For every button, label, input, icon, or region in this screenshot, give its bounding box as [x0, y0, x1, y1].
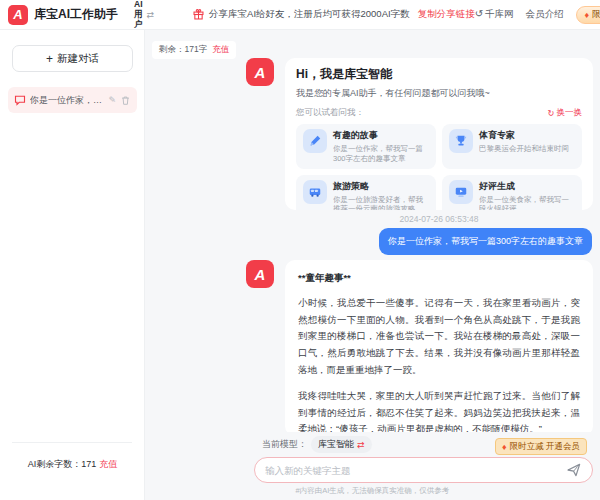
- share-promo-banner: 分享库宝AI给好友，注册后均可获得2000AI字数 复制分享链接: [192, 8, 475, 21]
- suggestion-grid: 有趣的故事 你是一位作家，帮我写一篇300字左右的趣事文章 体育专家 巴黎奥运会…: [296, 124, 582, 210]
- suggestion-card-story[interactable]: 有趣的故事 你是一位作家，帮我写一篇300字左右的趣事文章: [296, 124, 436, 169]
- ai-reply-title: **童年趣事**: [298, 272, 580, 285]
- delete-conversation-icon[interactable]: [120, 95, 131, 106]
- suggestion-card-travel[interactable]: 旅游策略 你是一位旅游爱好者，帮我推荐一份云南的旅游攻略: [296, 175, 436, 211]
- user-message-bubble: 你是一位作家，帮我写一篇300字左右的趣事文章: [379, 228, 592, 255]
- travel-bus-icon: [303, 180, 327, 204]
- model-selector[interactable]: 库宝智能 ⇄: [311, 436, 372, 453]
- new-chat-button[interactable]: + 新建对话: [12, 45, 133, 72]
- remaining-words-pill: 剩余：171字 充值: [152, 41, 236, 59]
- message-input-container: [254, 457, 593, 483]
- ai-reply-card: **童年趣事** 小时候，我总爱干一些傻事。记得有一天，我在家里看动画片，突然想…: [285, 260, 593, 436]
- nav-qianku-link[interactable]: ↺千库网: [475, 8, 514, 21]
- vip-gem-icon: ♦: [502, 442, 507, 452]
- promo-text: 分享库宝AI给好友，注册后均可获得2000AI字数: [209, 8, 410, 21]
- composer: 当前模型： 库宝智能 ⇄ ♦ 限时立减 开通会员 #内容由AI生成，无法确保真实…: [145, 432, 600, 500]
- pen-icon: [303, 129, 327, 153]
- nav-member-intro-link[interactable]: 会员介绍: [526, 8, 564, 21]
- vip-gem-icon: ♦: [585, 10, 590, 20]
- suggestion-card-review[interactable]: 好评生成 你是一位美食家，帮我写一段火锅好评: [442, 175, 582, 211]
- edit-conversation-icon[interactable]: ✎: [108, 95, 116, 105]
- gift-icon: [192, 8, 205, 21]
- ai-disclaimer: #内容由AI生成，无法确保真实准确，仅供参考: [145, 486, 600, 496]
- send-button[interactable]: [566, 462, 582, 478]
- plus-icon: +: [46, 52, 53, 66]
- swap-account-icon[interactable]: ⇄: [147, 10, 155, 20]
- conversation-title: 你是一位作家，帮...: [30, 94, 104, 107]
- return-arrow-icon: ↺: [475, 8, 483, 19]
- sidebar-remaining-words: AI剩余字数：171充值: [0, 458, 145, 471]
- model-label: 当前模型：: [262, 438, 307, 451]
- account-switcher[interactable]: 库宝AI用户 个人 ⇄: [134, 0, 154, 30]
- suggestion-card-sports[interactable]: 体育专家 巴黎奥运会开始和结束时间: [442, 124, 582, 169]
- app-logo-icon: A: [8, 5, 28, 25]
- sidebar: + 新建对话 你是一位作家，帮... ✎ AI剩余字数：171充值: [0, 30, 145, 500]
- chat-area: 剩余：171字 充值 A Hi，我是库宝智能 我是您的专属AI助手，有任何问题都…: [145, 30, 600, 500]
- greeting-title: Hi，我是库宝智能: [296, 66, 582, 83]
- sidebar-divider: [12, 442, 132, 443]
- top-header: A 库宝AI工作助手 库宝AI用户 个人 ⇄ 分享库宝AI给好友，注册后均可获得…: [0, 0, 600, 30]
- refresh-icon: ↻: [547, 108, 554, 118]
- app-title: 库宝AI工作助手: [34, 6, 118, 23]
- greeting-subtitle: 我是您的专属AI助手，有任何问题都可以问我哦~: [296, 87, 582, 100]
- review-screen-icon: [449, 180, 473, 204]
- recharge-link[interactable]: 充值: [99, 459, 117, 469]
- model-swap-icon: ⇄: [357, 440, 365, 450]
- ai-reply-paragraph: 我疼得哇哇大哭，家里的大人听到哭声赶忙跑了过来。当他们了解到事情的经过后，都忍不…: [298, 388, 580, 436]
- user-name: 库宝AI用户: [134, 0, 143, 30]
- topic-input[interactable]: [265, 465, 566, 476]
- greeting-card: Hi，我是库宝智能 我是您的专属AI助手，有任何问题都可以问我哦~ 您可以试着问…: [285, 58, 593, 210]
- recharge-link-top[interactable]: 充值: [212, 44, 229, 56]
- trophy-icon: [449, 129, 473, 153]
- refresh-suggestions-button[interactable]: ↻ 换一换: [547, 107, 582, 119]
- message-timestamp: 2024-07-26 06:53:48: [285, 214, 593, 224]
- chat-bubble-icon: [14, 94, 26, 106]
- copy-share-link[interactable]: 复制分享链接: [418, 8, 475, 21]
- ai-reply-paragraph: 小时候，我总爱干一些傻事。记得有一天，我在家里看动画片，突然想模仿一下里面的人物…: [298, 295, 580, 378]
- ai-avatar: A: [246, 260, 274, 288]
- vip-promo-button-composer[interactable]: ♦ 限时立减 开通会员: [495, 438, 587, 455]
- greeting-hint: 您可以试着问我：: [296, 107, 364, 119]
- conversation-item[interactable]: 你是一位作家，帮... ✎: [8, 87, 137, 113]
- ai-avatar: A: [246, 58, 274, 86]
- vip-promo-button-header[interactable]: ♦ 限时立减 开通会员: [576, 6, 600, 24]
